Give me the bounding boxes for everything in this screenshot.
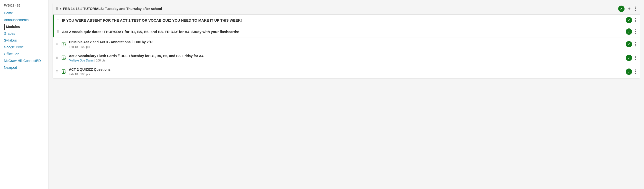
sidebar-link-google-drive[interactable]: Google Drive: [4, 44, 48, 50]
sidebar-link-grades[interactable]: Grades: [4, 31, 48, 36]
module-drag-handle[interactable]: ⠿: [56, 7, 58, 11]
item-3-complete-icon: ✓: [626, 41, 632, 47]
module-add-button[interactable]: +: [627, 6, 632, 11]
item-5-meta: Feb 18 | 100 pts: [69, 73, 624, 76]
sidebar-item-syllabus[interactable]: Syllabus: [4, 37, 48, 43]
item-4-icon: [61, 55, 67, 61]
module-complete-icon: ✓: [618, 5, 624, 12]
item-4-due-link[interactable]: Multiple Due Dates: [69, 59, 94, 62]
module-item-4: ⠿ Act 2 Vocabulary Flash Cards // DUE Th…: [53, 51, 640, 65]
item-4-actions: ✓: [626, 55, 637, 61]
item-5-complete-icon: ✓: [626, 68, 632, 75]
sidebar-item-google-drive[interactable]: Google Drive: [4, 44, 48, 50]
item-3-kebab-menu[interactable]: [634, 41, 637, 47]
item-3-due: Feb 18: [69, 45, 78, 49]
check-mark: ✓: [628, 70, 630, 74]
item-3-drag-handle[interactable]: ⠿: [56, 42, 59, 46]
item-5-actions: ✓: [626, 68, 637, 75]
module-header: ⠿ ▾ FEB 14-18 // TUTORIALS: Tuesday and …: [53, 3, 640, 14]
item-5-drag-handle[interactable]: ⠿: [56, 70, 59, 73]
sidebar-item-office-365[interactable]: Office 365: [4, 51, 48, 57]
item-5-due: Feb 18: [69, 73, 78, 76]
check-mark: ✓: [628, 18, 630, 22]
item-3-meta: Feb 18 | 100 pts: [69, 45, 624, 49]
sidebar-item-nearpod[interactable]: Nearpod: [4, 65, 48, 70]
sidebar-nav: Home Announcements Modules Grades Syllab…: [4, 10, 48, 70]
kebab-dot-2: [635, 8, 636, 9]
item-4-body: Act 2 Vocabulary Flash Cards // DUE Thur…: [69, 54, 624, 62]
check-mark: ✓: [628, 30, 630, 33]
check-mark: ✓: [628, 56, 630, 60]
main-content: ⠿ ▾ FEB 14-18 // TUTORIALS: Tuesday and …: [49, 0, 644, 189]
item-3-points: 100 pts: [80, 45, 90, 49]
item-4-drag-handle[interactable]: ⠿: [56, 56, 59, 60]
item-4-meta: Multiple Due Dates | 100 pts: [69, 59, 624, 62]
sidebar-item-modules[interactable]: Modules: [4, 24, 48, 30]
item-3-icon: [61, 41, 67, 47]
item-4-complete-icon: ✓: [626, 55, 632, 61]
check-mark: ✓: [628, 42, 630, 46]
item-1-title: IF YOU WERE ABSENT FOR THE ACT 1 TEST OR…: [62, 18, 242, 22]
assignment-icon-svg: [61, 41, 67, 47]
item-2-body: Act 2 vocab quiz dates: THURSDAY for B1,…: [62, 30, 624, 34]
kebab-dot-1: [635, 6, 636, 7]
item-4-title: Act 2 Vocabulary Flash Cards // DUE Thur…: [69, 54, 624, 58]
item-5-kebab-menu[interactable]: [634, 69, 637, 74]
module-header-actions: ✓ +: [618, 5, 637, 12]
module-title: FEB 14-18 // TUTORIALS: Tuesday and Thur…: [63, 7, 617, 11]
sidebar-item-mcgraw-hill[interactable]: McGraw-Hill ConnectED: [4, 58, 48, 64]
item-3-title: Crucible Act 2 and Act 3 - Annotations /…: [69, 40, 624, 45]
sidebar-link-mcgraw-hill[interactable]: McGraw-Hill ConnectED: [4, 58, 48, 64]
module-item-2: ⠿ Act 2 vocab quiz dates: THURSDAY for B…: [53, 26, 640, 37]
item-2-title: Act 2 vocab quiz dates: THURSDAY for B1,…: [62, 30, 239, 34]
kebab-dot-3: [635, 10, 636, 11]
item-1-kebab-menu[interactable]: [634, 17, 637, 23]
item-2-complete-icon: ✓: [626, 28, 632, 35]
module-item-1: ⠿ IF YOU WERE ABSENT FOR THE ACT 1 TEST …: [53, 14, 640, 26]
sidebar-link-nearpod[interactable]: Nearpod: [4, 65, 48, 70]
item-1-actions: ✓: [626, 17, 637, 23]
item-5-title: ACT 2 QUIZIZZ Questions: [69, 67, 624, 72]
module-block: ⠿ ▾ FEB 14-18 // TUTORIALS: Tuesday and …: [52, 3, 640, 79]
sidebar-item-grades[interactable]: Grades: [4, 31, 48, 36]
sidebar: FY2022 - S2 Home Announcements Modules G…: [0, 0, 49, 189]
item-5-body: ACT 2 QUIZIZZ Questions Feb 18 | 100 pts: [69, 67, 624, 76]
assignment-icon-svg-5: [61, 69, 67, 74]
item-1-body: IF YOU WERE ABSENT FOR THE ACT 1 TEST OR…: [62, 18, 624, 22]
item-5-icon: [61, 69, 67, 75]
item-1-drag-handle[interactable]: ⠿: [57, 18, 60, 22]
item-1-complete-icon: ✓: [626, 17, 632, 23]
sidebar-item-announcements[interactable]: Announcements: [4, 17, 48, 23]
item-2-actions: ✓: [626, 28, 637, 35]
course-label: FY2022 - S2: [4, 4, 48, 7]
item-3-actions: ✓: [626, 41, 637, 47]
item-2-kebab-menu[interactable]: [634, 29, 637, 34]
module-kebab-menu[interactable]: [634, 6, 637, 11]
item-3-body: Crucible Act 2 and Act 3 - Annotations /…: [69, 40, 624, 49]
sidebar-link-announcements[interactable]: Announcements: [4, 17, 48, 23]
check-mark: ✓: [620, 7, 623, 11]
module-chevron-icon[interactable]: ▾: [60, 7, 61, 10]
item-5-points: 100 pts: [80, 73, 90, 76]
module-item-5: ⠿ ACT 2 QUIZIZZ Questions Feb 18 | 100 p…: [53, 65, 640, 78]
item-2-drag-handle[interactable]: ⠿: [57, 30, 60, 33]
assignment-icon-svg-4: [61, 55, 67, 60]
item-4-kebab-menu[interactable]: [634, 55, 637, 60]
sidebar-link-modules[interactable]: Modules: [4, 24, 48, 30]
sidebar-link-syllabus[interactable]: Syllabus: [4, 37, 48, 43]
module-item-3: ⠿ Crucible Act 2 and Act 3 - Annotations…: [53, 37, 640, 51]
sidebar-link-office-365[interactable]: Office 365: [4, 51, 48, 57]
sidebar-item-home[interactable]: Home: [4, 10, 48, 16]
item-4-points: 100 pts: [96, 59, 106, 62]
sidebar-link-home[interactable]: Home: [4, 10, 48, 16]
